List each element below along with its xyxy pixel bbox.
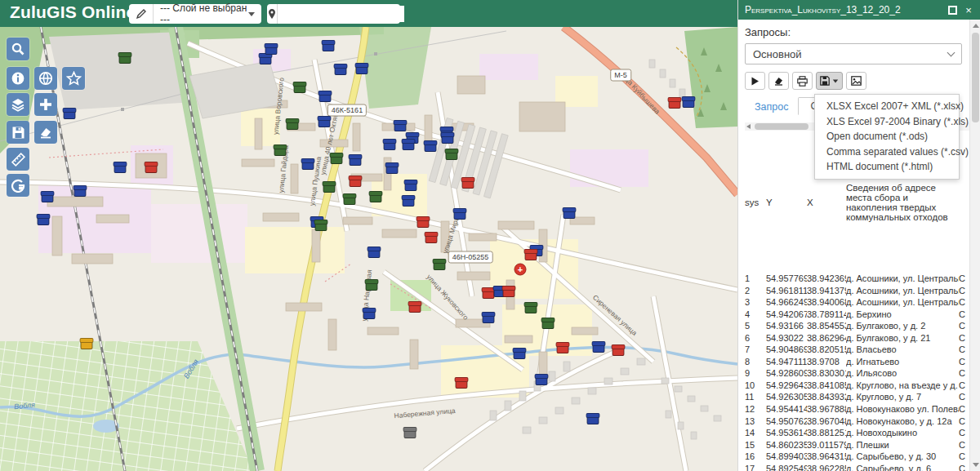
dumpster-marker[interactable] <box>356 64 368 74</box>
table-row[interactable]: 1054.92964338.841085д. Круглово, на въез… <box>745 380 969 392</box>
table-row[interactable]: 754.90486938.820515д. ВласьевоС <box>745 344 969 356</box>
table-row[interactable]: 1254.95441438.967888д. Новокунаково ул. … <box>745 403 969 415</box>
dumpster-marker[interactable] <box>483 289 495 299</box>
dumpster-marker[interactable] <box>503 287 515 297</box>
measure-tool-button[interactable] <box>7 148 29 171</box>
export-menu-item[interactable]: HTML document (*.html) <box>815 159 959 175</box>
dumpster-marker[interactable] <box>318 118 331 127</box>
dumpster-marker[interactable] <box>81 340 93 349</box>
globe-tool-button[interactable] <box>34 67 57 90</box>
tab-request[interactable]: Запрос <box>745 99 798 115</box>
dumpster-marker[interactable] <box>425 142 437 152</box>
export-menu-item[interactable]: XLS Excel 97-2004 Binary (*.xls) <box>815 114 959 130</box>
dumpster-marker[interactable] <box>302 160 314 170</box>
export-menu-item[interactable]: XLSX Excel 2007+ XML (*.xlsx) <box>815 99 959 114</box>
search-tool-button[interactable] <box>7 38 29 60</box>
clear-button[interactable] <box>768 72 789 90</box>
dumpster-marker[interactable] <box>405 181 417 191</box>
dumpster-marker[interactable] <box>442 134 454 144</box>
dumpster-marker[interactable] <box>350 177 362 187</box>
dumpster-marker[interactable] <box>38 216 50 225</box>
dumpster-marker[interactable] <box>274 146 287 156</box>
dumpster-marker[interactable] <box>587 415 599 424</box>
table-row[interactable]: 1154.92630538.843932д. Круглово, у д. 7С <box>745 391 969 403</box>
table-row[interactable]: 854.94711138.9708д. ИгнатьевоС <box>745 356 969 368</box>
vertical-scroll-thumb[interactable] <box>972 33 979 122</box>
panel-title-bar[interactable]: Perspektiva_Lukhovitsy_13_12_20_2 × <box>738 0 980 20</box>
dumpster-marker[interactable] <box>683 98 695 108</box>
info-tool-button[interactable] <box>7 67 29 90</box>
search-input[interactable] <box>278 6 404 22</box>
dumpster-marker[interactable] <box>319 92 332 102</box>
save-tool-button[interactable] <box>7 121 29 144</box>
dumpster-marker[interactable] <box>370 193 382 202</box>
dumpster-marker[interactable] <box>265 45 278 55</box>
dumpster-marker[interactable] <box>363 309 376 319</box>
export-menu-item[interactable]: Open document (*.ods) <box>815 129 959 144</box>
dumpster-marker[interactable] <box>434 260 446 270</box>
dumpster-marker[interactable] <box>260 55 272 64</box>
table-row[interactable]: 354.96624938.940068д. Асошники, ул. Цент… <box>745 296 969 309</box>
dumpster-marker[interactable] <box>425 233 438 243</box>
table-row[interactable]: 1654.89940338.964315д. Сарыбьево, у д. 3… <box>745 451 969 463</box>
dumpster-marker[interactable] <box>557 344 569 353</box>
dumpster-marker[interactable] <box>384 140 396 150</box>
edit-layer-button[interactable] <box>129 4 154 24</box>
scroll-down-arrow[interactable] <box>973 463 979 467</box>
print-button[interactable] <box>792 72 813 90</box>
dumpster-marker[interactable] <box>114 163 127 173</box>
layers-tool-button[interactable] <box>7 93 29 116</box>
table-row[interactable]: 1354.95076238.967048д. Новокунаково, у д… <box>745 415 969 428</box>
favorites-tool-button[interactable] <box>62 67 85 90</box>
dumpster-marker[interactable] <box>287 120 299 130</box>
table-row[interactable]: 454.94206738.789114д. БерхиноС <box>745 309 969 321</box>
vertical-scrollbar[interactable] <box>969 20 980 471</box>
save-result-button[interactable] <box>816 72 843 90</box>
dumpster-marker[interactable] <box>394 122 407 131</box>
maximize-icon[interactable] <box>948 6 957 15</box>
scroll-left-arrow[interactable] <box>746 124 751 129</box>
dumpster-marker[interactable] <box>74 187 87 197</box>
dumpster-marker[interactable] <box>315 221 327 231</box>
dumpster-marker[interactable] <box>368 248 381 258</box>
export-menu-item[interactable]: Comma separated values (*.csv) <box>815 144 959 160</box>
dumpster-marker[interactable] <box>456 379 468 389</box>
horizontal-scroll-thumb[interactable] <box>755 123 808 130</box>
dumpster-marker[interactable] <box>331 154 343 164</box>
table-row[interactable]: 1454.95361438.881251д. НовоходыкиноС <box>745 427 969 439</box>
dumpster-marker[interactable] <box>409 303 421 313</box>
dumpster-marker[interactable] <box>323 42 335 51</box>
scroll-up-arrow[interactable] <box>973 24 979 28</box>
query-select[interactable]: Основной <box>745 43 962 64</box>
close-icon[interactable]: × <box>962 4 975 16</box>
dumpster-marker[interactable] <box>536 375 548 385</box>
dumpster-marker[interactable] <box>335 65 347 75</box>
dumpster-marker[interactable] <box>462 179 474 189</box>
dumpster-marker[interactable] <box>514 349 526 359</box>
erase-tool-button[interactable] <box>34 121 57 144</box>
dumpster-marker[interactable] <box>42 193 54 202</box>
dumpster-marker[interactable] <box>64 109 76 119</box>
dumpster-marker[interactable] <box>525 251 537 260</box>
add-tool-button[interactable] <box>34 93 57 116</box>
dumpster-marker[interactable] <box>350 156 362 166</box>
table-row[interactable]: 654.9302238.862964д. Булгаково, у д. 21С <box>745 332 969 344</box>
dumpster-marker[interactable] <box>344 195 356 205</box>
dumpster-marker[interactable] <box>386 164 399 174</box>
table-row[interactable]: 554.9316638.854553д. Булгаково, у д. 2С <box>745 320 969 332</box>
dumpster-marker[interactable] <box>612 346 625 356</box>
dumpster-marker[interactable] <box>145 163 158 173</box>
dumpster-marker[interactable] <box>446 150 458 160</box>
dumpster-marker[interactable] <box>366 281 378 291</box>
table-row[interactable]: 254.96181138.941379д. Асошники, ул. Цент… <box>745 285 969 297</box>
dumpster-marker[interactable] <box>294 83 306 93</box>
map-canvas[interactable]: улица Пушкинаулица 40 лет Октябряулица М… <box>0 27 737 471</box>
route-tool-button[interactable] <box>7 174 29 197</box>
dumpster-marker[interactable] <box>403 140 415 150</box>
dumpster-marker[interactable] <box>404 429 416 438</box>
table-row[interactable]: 954.92860938.830301д. ИльясовоС <box>745 367 969 380</box>
dumpster-marker[interactable] <box>669 99 681 109</box>
dumpster-marker[interactable] <box>119 54 131 64</box>
table-row[interactable]: 1554.86023539.011579д. ПлешкиС <box>745 439 969 451</box>
dumpster-marker[interactable] <box>417 218 430 228</box>
